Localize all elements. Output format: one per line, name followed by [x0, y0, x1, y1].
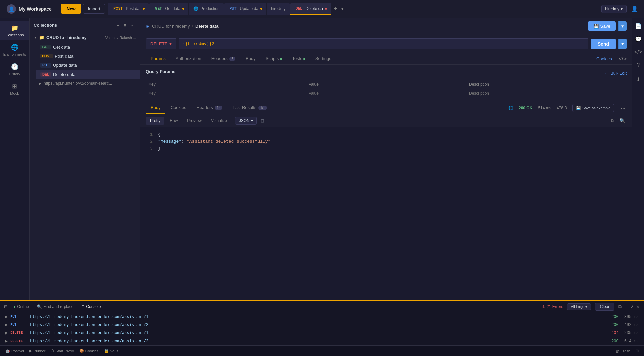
console-header: ⊟ ● Online 🔍 Find and replace ⊡ Console … — [0, 301, 644, 313]
request-item-post-data[interactable]: POSTPost data — [36, 52, 140, 61]
sidebar-item-history[interactable]: 🕐 History — [0, 60, 29, 79]
tab-authorization[interactable]: Authorization — [171, 53, 206, 64]
trash-button[interactable]: 🗑 Trash — [616, 349, 630, 353]
runner-button[interactable]: ▶ Runner — [29, 349, 45, 353]
tab-params[interactable]: Params — [146, 53, 170, 64]
resp-tab-test-results[interactable]: Test Results 1/1 — [228, 102, 271, 114]
copy-response-button[interactable]: ⧉ — [609, 117, 615, 124]
tab-settings[interactable]: Settings — [311, 53, 336, 64]
new-button[interactable]: New — [61, 4, 81, 14]
value-input[interactable] — [309, 91, 464, 96]
question-icon[interactable]: ？ — [634, 60, 643, 71]
console-panel: ⊟ ● Online 🔍 Find and replace ⊡ Console … — [0, 300, 644, 345]
send-dropdown-button[interactable]: ▾ — [618, 39, 627, 49]
log-entry[interactable]: ▶DELETEhttps://hiredemy-backend.onrender… — [0, 329, 644, 337]
resp-tab-cookies[interactable]: Cookies — [166, 102, 191, 114]
console-tab-online[interactable]: ● Online — [11, 304, 31, 310]
method-select[interactable]: DELETE ▾ — [146, 38, 176, 49]
key-input[interactable] — [148, 91, 303, 96]
sidebar-item-environments[interactable]: 🌐 Environments — [0, 40, 29, 60]
clear-console-button[interactable]: Clear — [595, 303, 615, 311]
more-collections-button[interactable]: ··· — [129, 21, 136, 29]
log-entry[interactable]: ▶DELETEhttps://hiredemy-backend.onrender… — [0, 337, 644, 345]
workspace-dropdown[interactable]: hiredmy ▾ — [601, 5, 627, 13]
tab-production[interactable]: 🌐Production — [189, 3, 223, 15]
more-console-button[interactable]: ··· — [624, 304, 628, 310]
layout-button[interactable]: ⊞ — [636, 349, 639, 353]
save-button-group: 💾 Save ▾ — [588, 21, 627, 31]
add-collection-button[interactable]: + — [115, 21, 121, 29]
log-url: https://hiredemy-backend.onrender.com/as… — [30, 339, 609, 344]
log-status: 404 — [611, 331, 621, 336]
tab-label-production: Production — [200, 6, 219, 11]
collection-item[interactable]: ▼ 📁 CRUD for hiredemy Vaibhav Rakesh ... — [30, 32, 140, 43]
value-column-header: Value — [306, 80, 466, 89]
bulk-edit-button[interactable]: ··· Bulk Edit — [605, 71, 627, 76]
postbot-button[interactable]: 🤖 Postbot — [5, 349, 24, 353]
user-profile-icon[interactable]: 👤 — [629, 4, 640, 14]
errors-badge: ⚠ 21 Errors — [542, 304, 563, 309]
cookies-label: Cookies — [85, 349, 99, 353]
log-entry[interactable]: ▶PUThttps://hiredemy-backend.onrender.co… — [0, 321, 644, 329]
filter-icon[interactable]: ⊟ — [261, 118, 264, 123]
tab-get-data[interactable]: GETGet data — [149, 3, 189, 15]
tab-headers[interactable]: Headers 6 — [207, 53, 240, 64]
fmt-tab-pretty[interactable]: Pretty — [146, 117, 164, 125]
code-snippet-icon[interactable]: </> — [632, 47, 644, 57]
request-item-get-data[interactable]: GETGet data — [36, 43, 140, 52]
main-layout: 📁 Collections 🌐 Environments 🕐 History ⊞… — [0, 18, 644, 300]
breadcrumb-collection: CRUD for hiredemy — [152, 24, 190, 29]
cookies-button[interactable]: 🍪 Cookies — [79, 349, 99, 353]
close-console-button[interactable]: ✕ — [636, 304, 640, 310]
more-response-button[interactable]: ··· — [619, 104, 627, 112]
tab-hiredmy[interactable]: hiredmy — [267, 3, 290, 15]
tab-update-data[interactable]: PUTUpdate da — [224, 3, 266, 15]
vault-button[interactable]: 🔒 Vault — [104, 349, 118, 353]
resp-tab-body[interactable]: Body — [146, 102, 165, 114]
save-button[interactable]: 💾 Save — [588, 21, 616, 31]
description-input[interactable] — [469, 91, 624, 96]
new-tab-button[interactable]: + — [332, 5, 339, 12]
console-tab-find[interactable]: 🔍 Find and replace — [35, 304, 75, 310]
workspace-selector[interactable]: 👤 My Workspace — [4, 4, 54, 14]
url-input[interactable] — [179, 38, 588, 49]
resp-tab-headers[interactable]: Headers 14 — [192, 102, 227, 114]
request-item-update-data[interactable]: PUTUpdate data — [36, 61, 140, 70]
sidebar-item-collections[interactable]: 📁 Collections — [0, 21, 29, 40]
comments-icon[interactable]: 💬 — [633, 34, 644, 44]
expand-console-button[interactable]: ↗ — [630, 304, 634, 310]
tabs-dropdown-button[interactable]: ▾ — [340, 6, 345, 11]
save-example-button[interactable]: 💾 Save as example — [572, 104, 614, 112]
fmt-tab-visualize[interactable]: Visualize — [207, 117, 231, 125]
copy-console-button[interactable]: ⧉ — [618, 304, 622, 310]
sidebar-item-mock[interactable]: ⊞ Mock — [0, 79, 29, 99]
send-button[interactable]: Send — [591, 39, 616, 49]
all-logs-filter[interactable]: All Logs ▾ — [567, 303, 591, 310]
tab-delete-data[interactable]: DELDelete da — [290, 3, 331, 15]
extra-collection-item[interactable]: ▶ https://api.hunter.io/v2/domain-searc.… — [30, 79, 140, 88]
format-type-select[interactable]: JSON ▾ — [235, 117, 257, 125]
code-view-icon[interactable]: </> — [619, 56, 627, 62]
info-icon[interactable]: ℹ — [635, 74, 641, 84]
import-button[interactable]: Import — [83, 4, 105, 14]
fmt-tab-preview[interactable]: Preview — [183, 117, 206, 125]
search-response-button[interactable]: 🔍 — [618, 117, 627, 124]
log-entry[interactable]: ▶PUThttps://hiredemy-backend.onrender.co… — [0, 313, 644, 321]
tab-post-data[interactable]: POSTPost dat — [108, 3, 148, 15]
tab-tests-label: Tests — [292, 56, 305, 61]
tab-body[interactable]: Body — [241, 53, 260, 64]
start-proxy-button[interactable]: ⬡ Start Proxy — [51, 349, 74, 353]
globe-icon-resp: 🌐 — [508, 106, 513, 110]
cookies-link[interactable]: Cookies — [596, 56, 612, 61]
tab-tests[interactable]: Tests — [287, 53, 310, 64]
layout-icon[interactable]: ⊟ — [4, 304, 7, 309]
tab-authorization-label: Authorization — [176, 56, 201, 61]
fmt-tab-raw[interactable]: Raw — [166, 117, 182, 125]
console-tab-console[interactable]: ⊡ Console — [79, 304, 103, 310]
sort-collections-button[interactable]: ≡ — [122, 21, 128, 29]
api-docs-icon[interactable]: 📄 — [633, 21, 644, 31]
save-dropdown-button[interactable]: ▾ — [618, 21, 627, 31]
right-sidebar: 📄 💬 </> ？ ℹ — [632, 18, 644, 300]
request-item-delete-data[interactable]: DELDelete data — [36, 70, 140, 79]
tab-scripts[interactable]: Scripts — [261, 53, 287, 64]
